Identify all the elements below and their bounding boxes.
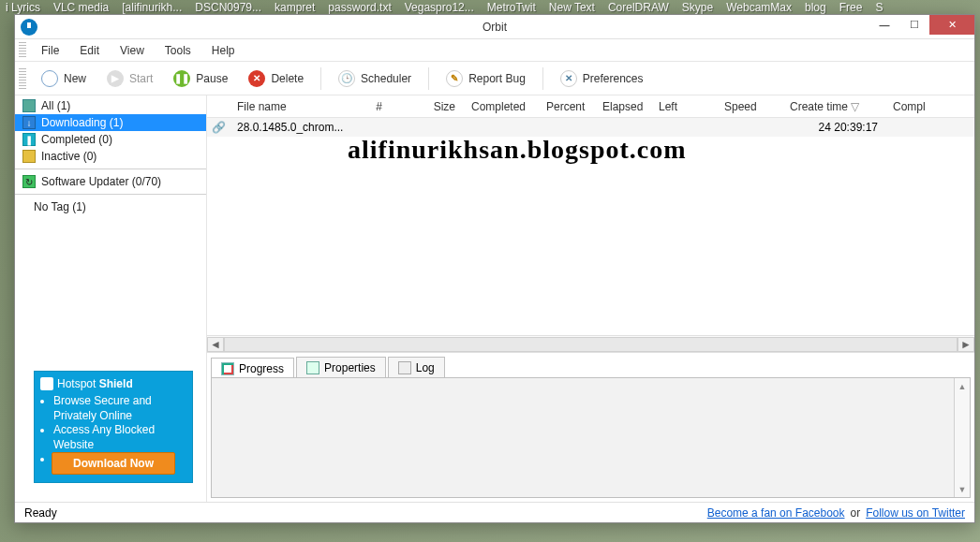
- pause-label: Pause: [196, 72, 228, 85]
- start-label: Start: [129, 72, 153, 85]
- sidebar-item-inactive[interactable]: Inactive (0): [15, 148, 206, 165]
- grid-icon: [22, 99, 36, 112]
- log-icon: [398, 361, 411, 374]
- report-label: Report Bug: [468, 72, 526, 85]
- col-speed[interactable]: Speed: [717, 100, 782, 113]
- preferences-button[interactable]: ✕Preferences: [553, 66, 651, 91]
- tab-label: Log: [416, 361, 435, 374]
- toolbar-separator: [320, 67, 321, 90]
- sidebar-item-notag[interactable]: No Tag (1): [15, 198, 206, 215]
- new-button[interactable]: New: [34, 66, 94, 91]
- col-percent[interactable]: Percent: [539, 100, 595, 113]
- toolbar: New ▶Start ❚❚Pause ✕Delete 🕒Scheduler ✎R…: [15, 62, 974, 95]
- scroll-track[interactable]: [224, 337, 958, 352]
- report-button[interactable]: ✎Report Bug: [438, 66, 533, 91]
- scroll-up-icon[interactable]: ▲: [955, 378, 970, 394]
- preferences-label: Preferences: [583, 72, 644, 85]
- menu-view[interactable]: View: [111, 41, 154, 60]
- twitter-link[interactable]: Follow us on Twitter: [866, 506, 965, 520]
- col-create[interactable]: Create time ▽: [782, 100, 885, 113]
- progress-icon: [221, 362, 234, 375]
- taskbar-item[interactable]: VLC media: [53, 1, 109, 14]
- cell-filename: 28.0.1485.0_chrom...: [230, 121, 361, 134]
- status-text: Ready: [24, 506, 707, 520]
- tab-properties[interactable]: Properties: [296, 357, 386, 377]
- scroll-right-icon[interactable]: ►: [958, 337, 974, 352]
- taskbar-item[interactable]: MetroTwit: [487, 1, 536, 14]
- taskbar-item[interactable]: i Lyrics: [6, 1, 40, 14]
- col-hash[interactable]: #: [361, 100, 398, 113]
- check-icon: ❚: [22, 133, 36, 146]
- grid-body[interactable]: 🔗 28.0.1485.0_chrom... 24 20:39:17 alifi…: [207, 118, 974, 335]
- menu-file[interactable]: File: [32, 41, 68, 60]
- menu-tools[interactable]: Tools: [156, 41, 200, 60]
- tab-label: Properties: [324, 361, 376, 374]
- taskbar-item[interactable]: password.txt: [328, 1, 391, 14]
- delete-button[interactable]: ✕Delete: [241, 66, 311, 91]
- titlebar[interactable]: Orbit: [15, 15, 974, 39]
- ad-hotspot-shield[interactable]: Hotspot Shield Browse Secure and Private…: [34, 371, 193, 483]
- minimize-button[interactable]: [869, 15, 899, 35]
- taskbar-item[interactable]: Vegaspro12...: [405, 1, 474, 14]
- facebook-link[interactable]: Become a fan on Facebook: [707, 506, 845, 520]
- sidebar-item-updater[interactable]: ↻Software Updater (0/70): [15, 173, 206, 190]
- menu-edit[interactable]: Edit: [70, 41, 109, 60]
- scheduler-button[interactable]: 🕒Scheduler: [331, 66, 419, 91]
- taskbar-item[interactable]: WebcamMax: [726, 1, 792, 14]
- window-title: Orbit: [15, 21, 974, 34]
- taskbar-item[interactable]: CorelDRAW: [608, 1, 669, 14]
- ad-bullet: Browse Secure and Privately Online: [53, 394, 186, 423]
- sidebar-item-label: Inactive (0): [41, 150, 97, 163]
- sidebar-item-all[interactable]: All (1): [15, 97, 206, 114]
- shield-icon: [40, 377, 53, 390]
- desktop: i Lyrics VLC media [alifinurikh... DSCN0…: [0, 0, 980, 542]
- tab-label: Progress: [239, 362, 284, 375]
- maximize-button[interactable]: [899, 15, 929, 35]
- taskbar-item[interactable]: kampret: [275, 1, 315, 14]
- sidebar-item-downloading[interactable]: ↓Downloading (1): [15, 114, 206, 131]
- sidebar-item-completed[interactable]: ❚Completed (0): [15, 131, 206, 148]
- col-filename[interactable]: File name: [230, 100, 361, 113]
- taskbar-item[interactable]: blog: [805, 1, 826, 14]
- col-compl[interactable]: Compl: [885, 100, 974, 113]
- taskbar-item[interactable]: New Text: [549, 1, 595, 14]
- col-elapsed[interactable]: Elapsed: [595, 100, 651, 113]
- properties-icon: [306, 361, 319, 374]
- sidebar: All (1) ↓Downloading (1) ❚Completed (0) …: [15, 95, 207, 502]
- clock-icon: 🕒: [338, 70, 355, 87]
- start-button[interactable]: ▶Start: [99, 66, 160, 91]
- detail-panel: Progress Properties Log ▲ ▼: [207, 352, 974, 502]
- taskbar-item[interactable]: Skype: [682, 1, 713, 14]
- menu-help[interactable]: Help: [202, 41, 245, 60]
- delete-label: Delete: [271, 72, 304, 85]
- scheduler-label: Scheduler: [361, 72, 411, 85]
- col-size[interactable]: Size: [398, 100, 464, 113]
- sort-desc-icon: ▽: [851, 100, 859, 113]
- tab-content: ▲ ▼: [211, 377, 971, 498]
- ad-download-button[interactable]: Download Now: [52, 452, 175, 475]
- taskbar-top: i Lyrics VLC media [alifinurikh... DSCN0…: [0, 0, 980, 15]
- toolbar-gripper[interactable]: [19, 68, 26, 89]
- horizontal-scrollbar[interactable]: ◄ ►: [207, 335, 974, 352]
- tab-log[interactable]: Log: [388, 357, 445, 377]
- taskbar-item[interactable]: S: [875, 1, 883, 14]
- pause-button[interactable]: ❚❚Pause: [166, 66, 235, 91]
- tab-progress[interactable]: Progress: [211, 358, 294, 378]
- sidebar-item-label: Downloading (1): [41, 116, 123, 129]
- ad-bullet: Access Any Blocked Website: [53, 423, 186, 452]
- menubar: File Edit View Tools Help: [15, 39, 974, 62]
- sidebar-item-label: All (1): [41, 99, 70, 112]
- scroll-down-icon[interactable]: ▼: [955, 481, 970, 497]
- vertical-scrollbar[interactable]: ▲ ▼: [954, 378, 970, 497]
- taskbar-item[interactable]: DSCN0979...: [195, 1, 261, 14]
- table-row[interactable]: 🔗 28.0.1485.0_chrom... 24 20:39:17: [207, 118, 974, 137]
- col-completed[interactable]: Completed: [464, 100, 539, 113]
- new-icon: [41, 70, 58, 87]
- scroll-left-icon[interactable]: ◄: [207, 337, 224, 352]
- menubar-gripper[interactable]: [19, 42, 26, 59]
- inactive-icon: [22, 150, 36, 163]
- taskbar-item[interactable]: Free: [839, 1, 863, 14]
- close-button[interactable]: [929, 15, 974, 35]
- col-left[interactable]: Left: [651, 100, 717, 113]
- taskbar-item[interactable]: [alifinurikh...: [122, 1, 182, 14]
